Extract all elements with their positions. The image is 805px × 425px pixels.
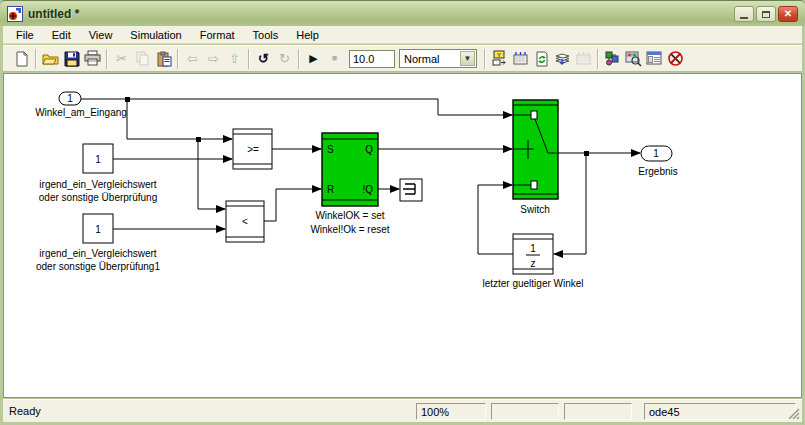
simulation-mode-value: Normal	[404, 53, 439, 65]
dropdown-arrow-icon[interactable]: ▼	[460, 51, 475, 66]
paste-button[interactable]	[153, 48, 174, 69]
terminator-block[interactable]	[400, 179, 422, 201]
menu-tools[interactable]: Tools	[244, 28, 288, 42]
status-message: Ready	[9, 405, 41, 417]
go-up-button[interactable]: ⇧	[224, 48, 245, 69]
printer-icon	[84, 50, 101, 67]
menu-file[interactable]: File	[7, 28, 43, 42]
undo-button[interactable]: ↺	[253, 48, 274, 69]
constant1-label-line2: oder sonstige Überprüfung	[39, 192, 157, 203]
menu-view[interactable]: View	[80, 28, 122, 42]
junction-dot	[584, 151, 589, 156]
junction-dot	[196, 137, 201, 142]
port-label-q: Q	[365, 144, 373, 155]
junction-dot	[125, 97, 130, 102]
close-button[interactable]: ✕	[778, 6, 798, 22]
svg-text:Y: Y	[497, 52, 501, 58]
update-diagram-button[interactable]	[531, 48, 552, 69]
build-disabled-button[interactable]	[573, 48, 594, 69]
constant1-block[interactable]: 1	[83, 144, 113, 173]
signal-line-inport-to-switch-top[interactable]	[81, 99, 512, 115]
outport-value: 1	[653, 148, 659, 159]
save-model-button[interactable]	[61, 48, 82, 69]
minimize-button[interactable]	[734, 6, 754, 22]
simulation-stop-time-input[interactable]	[349, 50, 395, 68]
debug-button[interactable]	[665, 48, 686, 69]
model-explorer-button[interactable]	[644, 48, 665, 69]
simulink-app-icon	[7, 6, 23, 22]
save-floppy-icon	[64, 51, 80, 67]
unit-delay-block[interactable]: 1 z	[513, 234, 553, 274]
menu-simulation[interactable]: Simulation	[121, 28, 190, 42]
constant2-label-line2: oder sonstige Überprüfung1	[36, 261, 160, 272]
model-browser-toggle-button[interactable]	[602, 48, 623, 69]
simulink-window: untitled * ✕ File Edit View Simulation F…	[0, 0, 805, 425]
switch-label: Switch	[520, 204, 549, 215]
explorer-window-icon	[646, 50, 663, 67]
cut-button[interactable]: ✂	[111, 48, 132, 69]
inport-block-winkel-am-eingang[interactable]: 1	[59, 92, 81, 105]
new-model-button[interactable]	[11, 48, 32, 69]
back-arrow-icon: ⇦	[187, 52, 198, 65]
model-canvas[interactable]: 1 Winkel_am_Eingang 1 irgend_ein_Verglei…	[3, 73, 802, 398]
print-button[interactable]	[82, 48, 103, 69]
constant2-block[interactable]: 1	[83, 214, 113, 243]
unit-delay-numerator: 1	[530, 243, 536, 254]
menu-edit[interactable]: Edit	[43, 28, 80, 42]
undo-icon: ↺	[258, 52, 269, 65]
signal-line-feedback-to-delay[interactable]	[554, 153, 586, 254]
status-bar: Ready 100% ode45	[3, 399, 802, 422]
window-title: untitled *	[28, 7, 79, 21]
navigate-forward-button[interactable]: ⇨	[203, 48, 224, 69]
signal-line-branch-to-lt-top[interactable]	[198, 139, 225, 209]
status-panel-empty-2	[564, 403, 632, 420]
solver-name: ode45	[649, 406, 680, 418]
maximize-button[interactable]	[756, 6, 776, 22]
start-simulation-button[interactable]: ▶	[303, 48, 324, 69]
library-browser-button[interactable]	[623, 48, 644, 69]
switch-block[interactable]	[513, 100, 558, 199]
signal-line-lt-to-r[interactable]	[264, 189, 321, 221]
copy-button[interactable]	[132, 48, 153, 69]
sr-flipflop-label-line1: WinkelOK = set	[315, 210, 384, 221]
constant2-value: 1	[95, 224, 101, 235]
paste-icon	[156, 51, 172, 67]
forward-arrow-icon: ⇨	[208, 52, 219, 65]
output-options-button[interactable]: Y	[489, 48, 510, 69]
simulation-mode-dropdown[interactable]: Normal ▼	[399, 49, 477, 68]
signal-line-delay-to-switch[interactable]	[478, 185, 513, 254]
menu-bar: File Edit View Simulation Format Tools H…	[3, 26, 802, 44]
relational-operator-lt-block[interactable]: <	[226, 201, 264, 242]
sr-flipflop-block[interactable]: S Q R !Q	[322, 133, 378, 206]
stop-icon: ■	[332, 54, 337, 63]
cut-icon: ✂	[116, 52, 127, 65]
build-disabled-icon	[575, 50, 592, 67]
relop-lt-symbol: <	[242, 216, 248, 227]
port-label-s: S	[327, 144, 334, 155]
inport-label: Winkel_am_Eingang	[35, 107, 127, 118]
up-arrow-icon: ⇧	[229, 52, 240, 65]
unit-delay-denominator: z	[531, 258, 536, 269]
model-blocks-icon	[604, 50, 621, 67]
resize-grip[interactable]	[787, 407, 800, 420]
block-diagram: 1 Winkel_am_Eingang 1 irgend_ein_Verglei…	[4, 74, 801, 397]
outport-label: Ergebnis	[638, 166, 677, 177]
open-model-button[interactable]	[40, 48, 61, 69]
navigate-back-button[interactable]: ⇦	[182, 48, 203, 69]
outport-block-ergebnis[interactable]: 1	[641, 146, 672, 161]
relop-ge-symbol: >=	[247, 144, 259, 155]
toolbar: ✂ ⇦ ⇨ ⇧ ↺ ↻ ▶ ■ Normal ▼	[3, 45, 802, 72]
inport-value: 1	[67, 93, 73, 104]
redo-button[interactable]: ↻	[274, 48, 295, 69]
signal-line-branch-to-ge-top[interactable]	[127, 99, 232, 139]
library-browser-icon	[625, 50, 642, 67]
library-stack-button[interactable]	[552, 48, 573, 69]
stop-simulation-button[interactable]: ■	[324, 48, 345, 69]
relational-operator-ge-block[interactable]: >=	[233, 129, 272, 169]
refresh-page-icon	[534, 51, 550, 67]
zoom-level-panel: 100%	[416, 403, 486, 420]
build-all-button[interactable]	[510, 48, 531, 69]
title-bar[interactable]: untitled * ✕	[0, 0, 805, 26]
menu-format[interactable]: Format	[191, 28, 244, 42]
menu-help[interactable]: Help	[287, 28, 328, 42]
